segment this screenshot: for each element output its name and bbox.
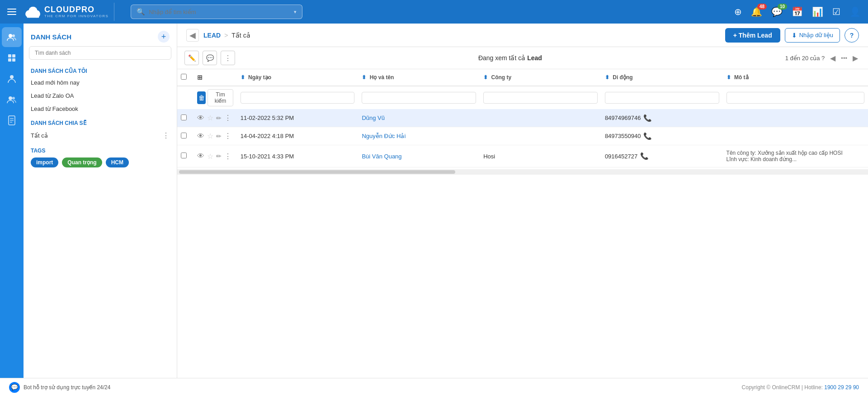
row3-date: 15-10-2021 4:33 PM xyxy=(237,145,359,167)
row1-star-icon[interactable]: ☆ xyxy=(207,114,213,122)
chevron-down-icon: ▾ xyxy=(294,9,297,15)
clear-filter-btn[interactable]: 🗑 xyxy=(197,91,206,104)
row2-star-icon[interactable]: ☆ xyxy=(207,132,213,140)
edit-toolbar-btn[interactable]: ✏️ xyxy=(184,51,199,65)
di-dong-col-header[interactable]: Di động xyxy=(613,74,632,81)
filter-mo-ta[interactable] xyxy=(726,92,864,104)
select-all-checkbox[interactable] xyxy=(181,74,187,80)
content-area: ◀ LEAD > Tất cả + Thêm Lead ⬇ Nhập dữ li… xyxy=(177,24,868,378)
row1-view-icon[interactable]: 👁 xyxy=(197,114,204,122)
svg-point-2 xyxy=(29,7,38,14)
tag-import[interactable]: import xyxy=(31,157,58,167)
row1-actions: 👁 ☆ ✏ ⋮ xyxy=(197,114,233,122)
row2-edit-icon[interactable]: ✏ xyxy=(216,133,222,140)
nav-item-person[interactable] xyxy=(2,69,22,89)
footer-chat[interactable]: 💬 Bot hỗ trợ sử dụng trực tuyến 24/24 xyxy=(9,382,110,393)
row1-phone-number: 84974969746 xyxy=(605,115,641,121)
collapse-sidebar-btn[interactable]: ◀ xyxy=(186,29,199,42)
row2-company xyxy=(480,127,601,145)
search-filter-btn[interactable]: Tìm kiếm xyxy=(208,89,233,106)
row2-checkbox[interactable] xyxy=(181,133,187,138)
chart-icon[interactable]: 📊 xyxy=(812,6,823,17)
row1-more-icon[interactable]: ⋮ xyxy=(224,114,231,122)
svg-point-11 xyxy=(9,96,12,100)
left-navigation xyxy=(0,24,24,378)
footer-hotline[interactable]: 1900 29 29 90 xyxy=(824,384,859,391)
filter-ho-va-ten[interactable] xyxy=(362,92,476,104)
pagination-prev-btn[interactable]: ◀ xyxy=(827,53,838,63)
logo: CLOUDPRO THE CRM FOR INNOVATORS xyxy=(24,3,114,21)
nav-item-leads[interactable] xyxy=(2,27,22,47)
user-account-icon[interactable]: 👤 xyxy=(849,6,861,17)
topbar-right-actions: ⊕ 🔔 48 💬 10 📅 📊 ☑ 👤 xyxy=(734,6,868,17)
breadcrumb: LEAD > Tất cả xyxy=(203,32,250,39)
row3-more-icon[interactable]: ⋮ xyxy=(224,152,231,161)
nav-item-document[interactable] xyxy=(2,110,22,130)
row3-view-icon[interactable]: 👁 xyxy=(197,152,204,160)
filter-cong-ty[interactable] xyxy=(483,92,598,104)
row3-call-icon[interactable]: 📞 xyxy=(640,152,649,160)
comment-toolbar-btn[interactable]: 💬 xyxy=(203,51,217,65)
mo-ta-col-header[interactable]: Mô tả xyxy=(734,74,749,81)
breadcrumb-lead[interactable]: LEAD xyxy=(203,32,221,39)
nav-item-grid[interactable] xyxy=(2,48,22,68)
table-row: 👁 ☆ ✏ ⋮ 15-10-2021 4:33 PM Bùi Văn Quang… xyxy=(177,145,868,167)
mo-ta-col-icon: ⬍ xyxy=(726,74,731,81)
search-input[interactable] xyxy=(149,9,290,15)
row3-company: Hosi xyxy=(480,145,601,167)
sidebar-item-facebook[interactable]: Lead từ Facebook xyxy=(24,102,177,115)
pagination-more-icon[interactable]: ••• xyxy=(841,55,847,62)
tag-hcm[interactable]: HCM xyxy=(106,157,129,167)
nhap-label: Nhập dữ liệu xyxy=(799,32,833,38)
more-toolbar-btn[interactable]: ⋮ xyxy=(221,51,235,65)
ho-va-ten-col-icon: ⬍ xyxy=(362,74,366,81)
row2-more-icon[interactable]: ⋮ xyxy=(224,132,231,140)
checkbox-icon[interactable]: ☑ xyxy=(832,6,840,17)
svg-point-4 xyxy=(9,34,12,38)
sidebar-item-tat-ca[interactable]: Tất cả ⋮ xyxy=(24,128,177,143)
sidebar-item-zalo[interactable]: Lead từ Zalo OA xyxy=(24,89,177,102)
sidebar-item-lead-moi[interactable]: Lead mới hôm nay xyxy=(24,76,177,89)
tag-quan-trong[interactable]: Quan trọng xyxy=(62,157,102,167)
row1-mota xyxy=(723,109,868,127)
sidebar-header: DANH SÁCH + xyxy=(24,24,177,46)
menu-toggle[interactable] xyxy=(0,0,24,24)
add-icon[interactable]: ⊕ xyxy=(734,6,742,17)
row2-name[interactable]: Nguyễn Đức Hải xyxy=(358,127,480,145)
ngay-tao-col-header[interactable]: Ngày tạo xyxy=(248,74,271,81)
them-lead-button[interactable]: + Thêm Lead xyxy=(725,28,780,43)
row1-edit-icon[interactable]: ✏ xyxy=(216,115,222,122)
filter-di-dong[interactable] xyxy=(605,92,719,104)
notifications-icon[interactable]: 🔔 48 xyxy=(751,6,762,17)
messages-icon[interactable]: 💬 10 xyxy=(771,6,783,17)
row2-view-icon[interactable]: 👁 xyxy=(197,132,204,140)
content-topbar: ◀ LEAD > Tất cả + Thêm Lead ⬇ Nhập dữ li… xyxy=(177,24,868,47)
add-list-button[interactable]: + xyxy=(158,31,170,43)
row2-call-icon[interactable]: 📞 xyxy=(643,132,652,140)
nhap-du-lieu-button[interactable]: ⬇ Nhập dữ liệu xyxy=(785,28,840,43)
pagination-next-btn[interactable]: ▶ xyxy=(850,53,861,63)
row1-company xyxy=(480,109,601,127)
row1-name[interactable]: Dũng Vũ xyxy=(358,109,480,127)
notification-badge: 48 xyxy=(757,4,767,10)
nav-item-leads2[interactable] xyxy=(2,90,22,110)
cong-ty-col-icon: ⬍ xyxy=(483,74,488,81)
cong-ty-col-header[interactable]: Công ty xyxy=(491,74,511,81)
row1-call-icon[interactable]: 📞 xyxy=(643,114,652,122)
row3-star-icon[interactable]: ☆ xyxy=(207,152,213,161)
pagination: 1 đến 20 của ? ◀ ••• ▶ xyxy=(785,53,861,63)
row3-name[interactable]: Bùi Văn Quang xyxy=(358,145,480,167)
columns-toggle-icon[interactable]: ⊞ xyxy=(197,74,203,81)
calendar-icon[interactable]: 📅 xyxy=(792,6,803,17)
ho-va-ten-col-header[interactable]: Họ và tên xyxy=(370,74,394,81)
more-options-icon[interactable]: ⋮ xyxy=(162,131,170,140)
search-filter-actions: 🗑 Tìm kiếm xyxy=(197,89,233,106)
row3-checkbox[interactable] xyxy=(181,153,187,158)
row3-edit-icon[interactable]: ✏ xyxy=(216,153,222,160)
help-button[interactable]: ? xyxy=(844,28,859,43)
sidebar-search-input[interactable] xyxy=(29,46,171,60)
pagination-info: 1 đến 20 của ? xyxy=(785,55,825,62)
di-dong-col-icon: ⬍ xyxy=(605,74,609,81)
filter-ngay-tao[interactable] xyxy=(241,92,355,104)
row1-checkbox[interactable] xyxy=(181,115,187,120)
